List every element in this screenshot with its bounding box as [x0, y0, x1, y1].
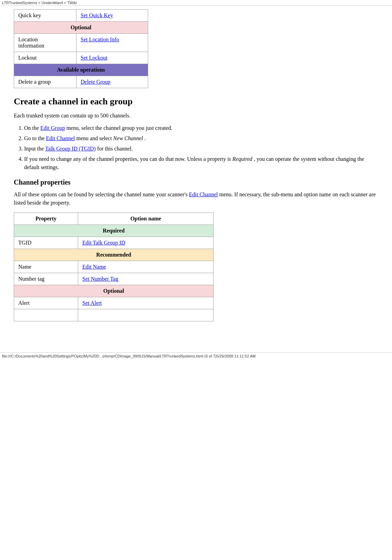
edit-name-cell: Edit Name — [78, 261, 214, 273]
optional-label: Optional — [14, 22, 148, 34]
footer-path: file:///C:/Documents%20and%20Settings/PO… — [2, 354, 256, 358]
table-row: Locationinformation Set Location Info — [14, 34, 148, 52]
browser-title-bar: LTRTrunkedSystems < UnidenMan4 < TWiki — [0, 0, 392, 6]
channel-props-text-before: All of these options can be found by sel… — [14, 191, 189, 197]
optional-channel-section-row: Optional — [14, 285, 214, 297]
empty-cell-2 — [78, 309, 214, 321]
required-section-row: Required — [14, 225, 214, 237]
table-row: Delete a group Delete Group — [14, 76, 148, 88]
available-operations-row: Available operations — [14, 64, 148, 76]
footer-bar: file:///C:/Documents%20and%20Settings/PO… — [0, 352, 392, 360]
set-quick-key-link[interactable]: Set Quick Key — [81, 12, 113, 18]
table-row: Lockout Set Lockout — [14, 52, 148, 64]
table-row: Alert Set Alert — [14, 297, 214, 309]
option-name-col-header: Option name — [78, 213, 214, 225]
intro-paragraph: Each trunked system can contain up to 50… — [14, 112, 378, 120]
recommended-label: Recommended — [14, 249, 214, 261]
edit-tgid-cell: Edit Talk Group ID — [78, 237, 214, 249]
edit-channel-link-1[interactable]: Edit Channel — [46, 135, 75, 141]
set-lockout-cell: Set Lockout — [76, 52, 148, 64]
tgid-link[interactable]: Talk Group ID (TGID) — [45, 146, 96, 152]
set-number-tag-link[interactable]: Set Number Tag — [82, 276, 118, 282]
property-col-header: Property — [14, 213, 78, 225]
list-item: Input the Talk Group ID (TGID) for this … — [24, 145, 378, 153]
list-item: Go to the Edit Channel menu and select N… — [24, 134, 378, 143]
table-row: Name Edit Name — [14, 261, 214, 273]
list-item: If you need to change any of the channel… — [24, 155, 378, 172]
set-lockout-link[interactable]: Set Lockout — [81, 55, 107, 61]
channel-properties-heading: Channel properties — [14, 178, 378, 186]
delete-group-label: Delete a group — [14, 76, 76, 88]
delete-group-link[interactable]: Delete Group — [81, 79, 111, 85]
name-property-label: Name — [14, 261, 78, 273]
required-label: Required — [14, 225, 214, 237]
quick-key-label: Quick key — [14, 10, 76, 22]
page-content: Quick key Set Quick Key Optional Locatio… — [0, 6, 392, 342]
set-location-info-cell: Set Location Info — [76, 34, 148, 52]
empty-cell-1 — [14, 309, 78, 321]
table-row: Quick key Set Quick Key — [14, 10, 148, 22]
list-item: On the Edit Group menu, select the chann… — [24, 124, 378, 132]
set-location-info-link[interactable]: Set Location Info — [81, 37, 119, 42]
optional-channel-label: Optional — [14, 285, 214, 297]
edit-talk-group-id-link[interactable]: Edit Talk Group ID — [82, 240, 125, 246]
create-channel-heading: Create a channel in each group — [14, 96, 378, 107]
channel-properties-table: Property Option name Required TGID Edit … — [14, 212, 214, 321]
channel-props-paragraph: All of these options can be found by sel… — [14, 190, 378, 207]
set-alert-link[interactable]: Set Alert — [82, 300, 102, 306]
table-row-empty — [14, 309, 214, 321]
edit-group-link[interactable]: Edit Group — [40, 125, 65, 131]
number-tag-property-label: Number tag — [14, 273, 78, 285]
delete-group-cell: Delete Group — [76, 76, 148, 88]
steps-list: On the Edit Group menu, select the chann… — [24, 124, 378, 172]
set-alert-cell: Set Alert — [78, 297, 214, 309]
table-row: TGID Edit Talk Group ID — [14, 237, 214, 249]
alert-property-label: Alert — [14, 297, 78, 309]
page-title-bar: LTRTrunkedSystems < UnidenMan4 < TWiki — [2, 1, 77, 5]
top-properties-table: Quick key Set Quick Key Optional Locatio… — [14, 9, 148, 88]
set-number-tag-cell: Set Number Tag — [78, 273, 214, 285]
set-quick-key-cell: Set Quick Key — [76, 10, 148, 22]
tgid-property-label: TGID — [14, 237, 78, 249]
optional-section-row: Optional — [14, 22, 148, 34]
location-info-label: Locationinformation — [14, 34, 76, 52]
recommended-section-row: Recommended — [14, 249, 214, 261]
edit-name-link[interactable]: Edit Name — [82, 264, 106, 270]
lockout-label: Lockout — [14, 52, 76, 64]
available-operations-label: Available operations — [14, 64, 148, 76]
edit-channel-link-2[interactable]: Edit Channel — [189, 191, 218, 197]
table-header-row: Property Option name — [14, 213, 214, 225]
table-row: Number tag Set Number Tag — [14, 273, 214, 285]
